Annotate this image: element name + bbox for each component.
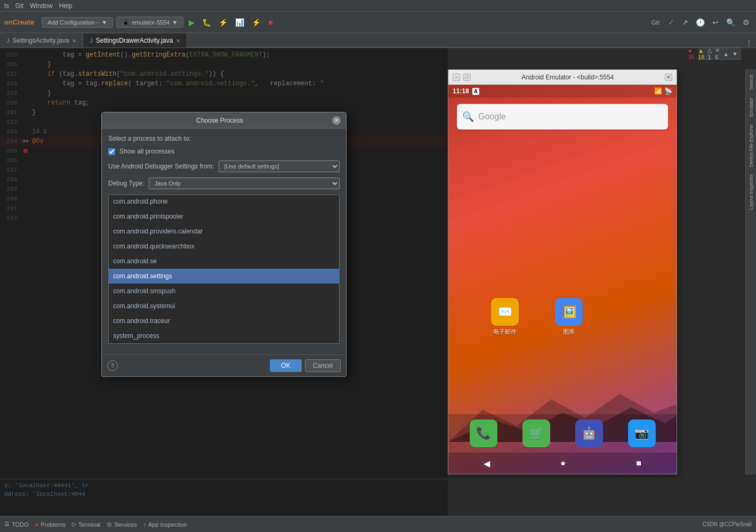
process-item[interactable]: com.android.settings	[109, 269, 339, 284]
dialog-footer: ? OK Cancel	[102, 354, 346, 376]
tab-label-0: SettingsActivity.java	[13, 37, 69, 44]
panel-tab-emulator[interactable]: Emulator	[747, 94, 755, 120]
debug-type-select[interactable]: Java Only	[149, 178, 340, 189]
process-item[interactable]: com.android.traceur	[109, 313, 339, 328]
panel-tab-device-file[interactable]: Device File Explorer	[747, 121, 755, 171]
add-config-dropdown-icon: ▼	[102, 19, 108, 26]
tab-bar: J SettingsActivity.java ✕ J SettingsDraw…	[0, 33, 756, 48]
dock-camera-icon[interactable]: 📷	[628, 420, 656, 447]
run-icon[interactable]: ▶	[187, 17, 197, 28]
git-history-icon[interactable]: 🕐	[694, 17, 707, 28]
show-all-checkbox[interactable]	[108, 148, 115, 155]
phone-screen: 11:18 A 📶 📡 🔍 Google ✉️ 电子邮件 🖼️ 图库	[448, 85, 677, 474]
tab-options-icon[interactable]: ⋮	[742, 39, 756, 47]
profile-icon[interactable]: 📊	[233, 17, 246, 28]
add-config-label: Add Configuration···	[47, 19, 99, 26]
bottom-app-inspection[interactable]: ↑ App Inspection	[143, 521, 187, 528]
tab-icon-1: J	[90, 37, 93, 44]
terminal-icon: ▷	[72, 521, 76, 528]
arrow-up-icon[interactable]: ▲	[723, 51, 729, 57]
nav-home-button[interactable]: ●	[560, 458, 566, 468]
debug-icon[interactable]: 🐛	[200, 17, 213, 28]
process-list[interactable]: com.android.packageinstallercom.android.…	[108, 195, 340, 344]
search-global-icon[interactable]: 🔍	[724, 17, 737, 28]
google-search-icon: 🔍	[462, 111, 474, 123]
tab-icon-0: J	[6, 37, 10, 44]
process-item[interactable]: com.android.printspooler	[109, 209, 339, 224]
tab-close-1[interactable]: ✕	[176, 38, 180, 44]
git-check-icon[interactable]: ✓	[666, 17, 677, 28]
run-with-coverage-icon[interactable]: ⚡	[216, 17, 230, 28]
add-config-button[interactable]: Add Configuration··· ▼	[42, 17, 113, 28]
todo-label: TODO	[12, 521, 29, 528]
process-item[interactable]: com.android.smspush	[109, 284, 339, 299]
menu-help[interactable]: Help	[59, 2, 73, 10]
choose-process-dialog: Choose Process ✕ Select a process to att…	[101, 112, 347, 377]
settings-icon[interactable]: ⚙	[741, 17, 752, 28]
emulator-button[interactable]: 📱 emulator-5554 ▼	[116, 17, 183, 28]
arrow-down-icon[interactable]: ▼	[732, 51, 738, 57]
app-inspection-icon: ↑	[143, 521, 146, 528]
debugger-settings-row: Use Android Debugger Settings from: [Use…	[108, 160, 340, 172]
terminal-label: Terminal	[78, 521, 101, 528]
debugger-select[interactable]: [Use default settings]	[219, 160, 340, 172]
dock-android-icon[interactable]: 🤖	[575, 420, 603, 447]
wifi-icon: 📶	[654, 87, 662, 95]
emulator-maximize-button[interactable]: □	[463, 74, 471, 81]
process-item[interactable]: system_process	[109, 328, 339, 343]
process-item[interactable]: com.android.systemui	[109, 299, 339, 313]
process-item[interactable]: com.android.phone	[109, 195, 339, 209]
dock-store-icon[interactable]: 🛒	[522, 420, 550, 447]
gallery-label: 图库	[563, 328, 575, 336]
nav-recents-button[interactable]: ■	[636, 458, 641, 468]
dock-phone-icon[interactable]: 📞	[470, 420, 497, 447]
panel-tab-search[interactable]: Search	[747, 71, 755, 93]
menu-bar: ls Git Window Help	[0, 0, 756, 12]
emulator-close-button[interactable]: ✕	[665, 74, 672, 81]
process-item[interactable]: com.android.quicksearchbox	[109, 239, 339, 254]
bottom-terminal[interactable]: ▷ Terminal	[72, 521, 101, 528]
apply-changes-icon[interactable]: ⚡	[250, 17, 263, 28]
bottom-services[interactable]: ◎ Services	[107, 521, 136, 528]
git-rollback-icon[interactable]: ↩	[710, 17, 721, 28]
bottom-problems[interactable]: ● Problems	[35, 521, 66, 528]
bottom-todo[interactable]: ☰ TODO	[4, 521, 29, 528]
process-item[interactable]: com.android.providers.calendar	[109, 224, 339, 239]
emulator-minimize-button[interactable]: −	[453, 74, 460, 81]
emulator-icon: 📱	[122, 19, 130, 26]
menu-git[interactable]: Git	[15, 2, 23, 10]
menu-ls[interactable]: ls	[4, 2, 9, 10]
cancel-button[interactable]: Cancel	[305, 359, 341, 372]
tab-settings-drawer-activity[interactable]: J SettingsDrawerActivity.java ✕	[83, 34, 187, 47]
dialog-title: Choose Process	[107, 117, 332, 124]
tab-settings-activity[interactable]: J SettingsActivity.java ✕	[0, 34, 83, 47]
phone-nav-bar: ◀ ● ■	[448, 453, 677, 474]
git-arrow-icon[interactable]: ↗	[680, 17, 690, 28]
services-icon: ◎	[107, 521, 112, 528]
csdn-watermark: CSDN @CCPieSnail	[703, 521, 752, 527]
google-search-bar[interactable]: 🔍 Google	[457, 104, 668, 130]
emulator-titlebar: − □ Android Emulator - <build>:5554 ✕	[448, 70, 677, 85]
ok-button[interactable]: OK	[270, 359, 301, 372]
help-button[interactable]: ?	[107, 360, 118, 371]
dialog-subtitle-row: Select a process to attach to:	[108, 135, 340, 142]
debug-type-label: Debug Type:	[108, 180, 144, 187]
dialog-titlebar: Choose Process ✕	[102, 112, 346, 128]
toolbar-title: onCreate	[4, 18, 34, 26]
todo-icon: ☰	[4, 521, 10, 528]
panel-tab-layout[interactable]: Layout Inspector	[747, 171, 755, 213]
nav-back-button[interactable]: ◀	[484, 458, 490, 469]
stop-icon[interactable]: ■	[266, 17, 275, 28]
dialog-subtitle: Select a process to attach to:	[108, 135, 191, 142]
show-all-row: Show all processes	[108, 148, 340, 155]
app-icon-email[interactable]: ✉️ 电子邮件	[491, 298, 519, 336]
phone-status-bar: 11:18 A 📶 📡	[448, 85, 677, 98]
signal-icon: 📡	[664, 87, 672, 95]
tab-close-0[interactable]: ✕	[72, 38, 76, 44]
debugger-label: Use Android Debugger Settings from:	[108, 163, 214, 170]
status-icons: 📶 📡	[654, 87, 672, 95]
menu-window[interactable]: Window	[30, 2, 53, 10]
app-icon-gallery[interactable]: 🖼️ 图库	[555, 298, 583, 336]
process-item[interactable]: com.android.se	[109, 254, 339, 269]
dialog-close-button[interactable]: ✕	[332, 116, 341, 125]
